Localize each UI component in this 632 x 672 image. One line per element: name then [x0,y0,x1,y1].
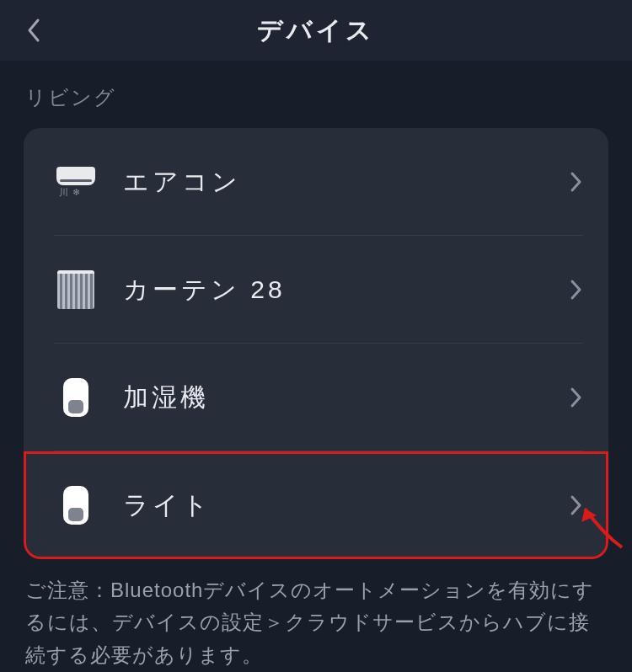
bot-icon [54,483,98,527]
device-item-humidifier[interactable]: 加湿機 [24,344,608,451]
device-name: ライト [123,488,570,523]
back-button[interactable] [17,13,51,47]
curtain-icon [54,268,98,312]
device-name: エアコン [123,165,570,200]
chevron-right-icon [570,494,583,516]
notice-text: ご注意：Bluetoothデバイスのオートメーションを有効にするには、デバイスの… [0,559,632,671]
device-item-light[interactable]: ライト [24,451,608,559]
room-label: リビング [0,61,632,128]
chevron-left-icon [26,18,41,43]
bot-icon [54,376,98,419]
page-title: デバイス [257,13,375,48]
device-name: カーテン 28 [123,273,570,307]
device-name: 加湿機 [123,381,570,415]
chevron-right-icon [570,171,583,193]
chevron-right-icon [570,279,583,301]
header: デバイス [0,0,632,61]
chevron-right-icon [570,387,583,408]
device-list: 川 ❄ エアコン カーテン 28 加湿機 ライト [24,128,608,559]
device-item-ac[interactable]: 川 ❄ エアコン [24,128,608,236]
ac-icon: 川 ❄ [54,160,98,204]
device-item-curtain[interactable]: カーテン 28 [24,236,608,344]
